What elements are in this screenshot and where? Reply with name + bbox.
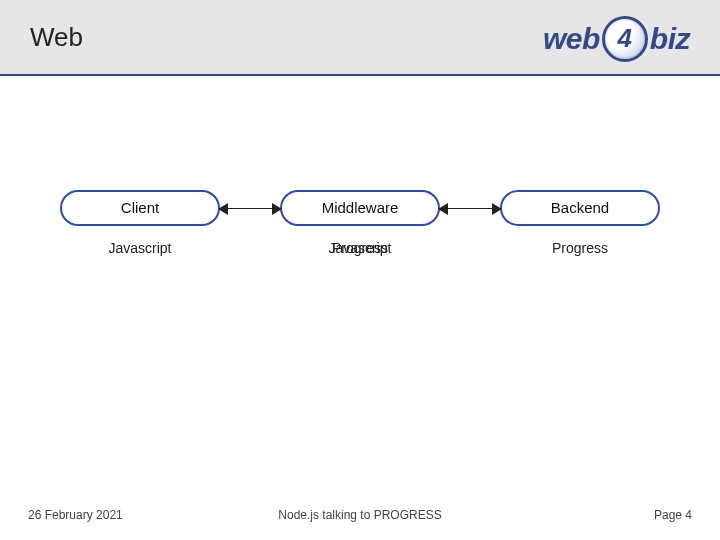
tech-label-over: Progress (280, 240, 440, 256)
tier-box-label: Middleware (322, 199, 399, 216)
page-title: Web (30, 22, 83, 53)
logo: web 4 biz (480, 16, 690, 62)
logo-globe-digit: 4 (618, 23, 632, 54)
header-underline (0, 74, 720, 76)
tech-label-backend: Progress (500, 240, 660, 256)
tech-label-middleware: Javascript Progress (280, 240, 440, 256)
logo-word-web: web (543, 22, 600, 56)
header-bar: Web web 4 biz (0, 0, 720, 74)
tier-box-backend: Backend (500, 190, 660, 226)
logo-word-biz: biz (650, 22, 690, 56)
connector-arrow-icon (440, 208, 500, 209)
connector-arrow-icon (220, 208, 280, 209)
tier-box-middleware: Middleware (280, 190, 440, 226)
architecture-diagram: Client Middleware Backend Javascript Jav… (60, 190, 660, 270)
tech-label-client: Javascript (60, 240, 220, 256)
slide: Web web 4 biz Client Middleware Backend … (0, 0, 720, 540)
tier-box-client: Client (60, 190, 220, 226)
footer: 26 February 2021 Node.js talking to PROG… (0, 500, 720, 540)
tier-box-label: Client (121, 199, 159, 216)
footer-subtitle: Node.js talking to PROGRESS (0, 508, 720, 522)
tier-box-label: Backend (551, 199, 609, 216)
footer-page-number: Page 4 (654, 508, 692, 522)
logo-globe-icon: 4 (602, 16, 648, 62)
